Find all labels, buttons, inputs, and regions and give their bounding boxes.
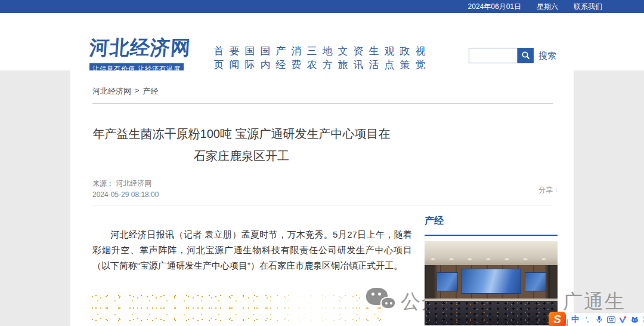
- nav-item-information[interactable]: 资讯: [353, 44, 364, 72]
- main-nav: 首页 要闻 国际 国内 产经 消费 三农 地方 文旅 资讯 生活 观点 政策 视…: [213, 44, 428, 72]
- top-bar: 2024年06月01日 星期六 联系我们: [0, 0, 644, 13]
- nav-item-opinion[interactable]: 观点: [384, 44, 395, 72]
- share-label: 分享：: [538, 185, 560, 195]
- site-logo[interactable]: 河北经济网 让信息有价值 让经济有温度: [89, 35, 179, 75]
- photo-main-screen: [462, 269, 521, 294]
- nav-item-international[interactable]: 国际: [244, 44, 255, 72]
- topbar-date: 2024年06月01日: [468, 2, 521, 12]
- skin-theme-icon[interactable]: [618, 315, 627, 324]
- breadcrumb: 河北经济网 > 产经: [92, 86, 159, 97]
- photo-audience: [425, 301, 558, 325]
- source-value: 河北经济网: [116, 179, 151, 187]
- divider: [92, 103, 553, 104]
- breadcrumb-current-section[interactable]: 产经: [143, 86, 159, 97]
- browser-viewport: 2024年06月01日 星期六 联系我们 河北经济网 让信息有价值 让经济有温度…: [0, 0, 644, 326]
- search-label[interactable]: 搜索: [538, 50, 556, 61]
- search-button[interactable]: [518, 48, 534, 63]
- article-meta: 来源： 河北经济网 2024-05-29 08:18:00: [92, 178, 159, 201]
- keyboard-icon[interactable]: [606, 315, 615, 324]
- photo-right-screen: [525, 272, 546, 291]
- breadcrumb-home[interactable]: 河北经济网: [92, 86, 131, 97]
- breadcrumb-separator: >: [135, 86, 140, 97]
- punctuation-mode-icon[interactable]: ’,: [583, 315, 592, 324]
- nav-item-culture-tourism[interactable]: 文旅: [338, 44, 348, 72]
- wechat-icon: [366, 288, 401, 314]
- sidebar: 产经: [425, 215, 558, 325]
- ime-toolbar: S 中 ’,: [549, 312, 644, 326]
- chinese-english-toggle[interactable]: 中: [571, 315, 580, 324]
- nav-item-local[interactable]: 地方: [322, 44, 333, 72]
- nav-item-visual[interactable]: 视觉: [415, 44, 426, 72]
- nav-item-consumption[interactable]: 消费: [291, 44, 302, 72]
- source-label: 来源：: [92, 179, 114, 187]
- divider: [92, 205, 553, 205]
- article-title: 年产益生菌冻干原粉100吨 宝源广通研发生产中心项目在石家庄鹿泉区开工: [92, 123, 391, 167]
- photo-left-screen: [436, 272, 458, 291]
- sidebar-section-title[interactable]: 产经: [425, 215, 558, 236]
- article-image-gold-confetti: [89, 294, 383, 326]
- microphone-icon[interactable]: [595, 315, 603, 324]
- ime-icon-bar: 中 ’,: [568, 313, 644, 326]
- nav-item-news[interactable]: 要闻: [229, 44, 240, 72]
- nav-item-policy[interactable]: 政策: [400, 44, 410, 72]
- search-input[interactable]: [469, 48, 518, 63]
- topbar-weekday: 星期六: [537, 2, 558, 12]
- sidebar-news-photo[interactable]: [425, 241, 558, 325]
- search-box: 搜索: [469, 48, 556, 63]
- contact-us-link[interactable]: 联系我们: [574, 2, 602, 12]
- nav-item-home[interactable]: 首页: [213, 44, 224, 72]
- article-datetime: 2024-05-29 08:18:00: [92, 189, 159, 201]
- article-paragraph: 河北经济日报讯（记者 袁立朋）孟夏时节，万木竞秀。5月27日上午，随着彩烟升空、…: [92, 227, 412, 273]
- nav-item-life[interactable]: 生活: [369, 44, 379, 72]
- nav-item-agriculture[interactable]: 三农: [306, 44, 317, 72]
- nav-item-domestic[interactable]: 国内: [260, 44, 271, 72]
- site-logo-title: 河北经济网: [88, 35, 179, 61]
- site-header: 河北经济网 让信息有价值 让经济有温度 首页 要闻 国际 国内 产经 消费 三农…: [0, 13, 644, 70]
- sogou-logo[interactable]: S: [549, 312, 566, 326]
- nav-item-industry[interactable]: 产经: [275, 44, 286, 72]
- mascot-icon[interactable]: [630, 315, 639, 324]
- content-card: 河北经济网 > 产经 年产益生菌冻干原粉100吨 宝源广通研发生产中心项目在石家…: [70, 70, 574, 326]
- photo-ceiling: [425, 241, 558, 265]
- article-body: 河北经济日报讯（记者 袁立朋）孟夏时节，万木竞秀。5月27日上午，随着彩烟升空、…: [92, 227, 412, 273]
- photo-ceiling-lights: [425, 257, 558, 262]
- magnifier-icon: [521, 51, 531, 60]
